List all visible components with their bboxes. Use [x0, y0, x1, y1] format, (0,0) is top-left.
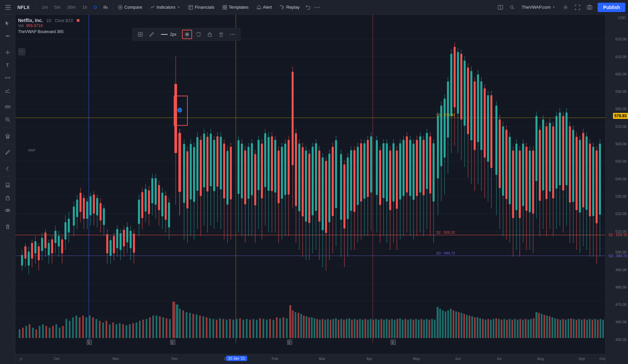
- svg-rect-520: [316, 319, 318, 338]
- svg-rect-539: [367, 320, 369, 338]
- svg-rect-384: [525, 147, 527, 211]
- svg-rect-344: [457, 52, 459, 114]
- svg-point-18: [315, 7, 316, 8]
- svg-rect-320: [416, 140, 418, 196]
- svg-rect-348: [464, 61, 466, 126]
- sidebar-eye-icon[interactable]: [2, 204, 14, 216]
- sidebar-zoom-icon[interactable]: [2, 114, 14, 126]
- more-actions[interactable]: [313, 3, 321, 11]
- svg-rect-5: [107, 7, 108, 9]
- svg-rect-128: [83, 198, 85, 219]
- svg-rect-435: [39, 326, 40, 338]
- svg-rect-496: [243, 320, 244, 338]
- sidebar-text-icon[interactable]: T: [2, 59, 14, 71]
- svg-rect-202: [210, 134, 212, 186]
- publish-button[interactable]: Publish: [598, 3, 625, 12]
- svg-rect-350: [467, 67, 469, 134]
- svg-rect-477: [179, 309, 181, 338]
- ticker-label[interactable]: NFLX: [15, 5, 35, 10]
- timeframe-30m[interactable]: 30m: [64, 3, 78, 11]
- sidebar-lock-icon[interactable]: [2, 192, 14, 204]
- alert-button[interactable]: Alert: [253, 3, 275, 11]
- svg-rect-510: [289, 305, 291, 338]
- delete-button[interactable]: [216, 30, 226, 39]
- fullscreen-button[interactable]: [572, 3, 583, 12]
- svg-rect-312: [403, 140, 405, 196]
- svg-rect-553: [405, 319, 406, 338]
- svg-rect-172: [158, 185, 160, 210]
- symbol-search[interactable]: [507, 3, 517, 11]
- svg-rect-500: [256, 320, 258, 338]
- svg-rect-392: [539, 130, 541, 201]
- sidebar-back-icon[interactable]: [2, 163, 14, 175]
- svg-rect-264: [318, 151, 320, 221]
- svg-rect-462: [129, 324, 131, 338]
- more-options-button[interactable]: [227, 30, 238, 39]
- svg-rect-531: [346, 319, 347, 338]
- timeframe-D[interactable]: D: [91, 3, 100, 11]
- screenshot-button[interactable]: [584, 3, 595, 12]
- svg-rect-288: [360, 143, 362, 201]
- sidebar-home-icon[interactable]: [2, 130, 14, 142]
- divider-2: [112, 3, 113, 11]
- svg-rect-306: [392, 143, 395, 201]
- svg-rect-180: [174, 84, 177, 153]
- thevwap-button[interactable]: TheVWAP.com: [518, 3, 559, 11]
- sidebar-indicator-icon[interactable]: [2, 84, 14, 97]
- svg-rect-544: [380, 319, 382, 338]
- svg-rect-533: [351, 320, 353, 338]
- svg-rect-206: [216, 137, 218, 187]
- timeframe-5m[interactable]: 5m: [52, 3, 63, 11]
- draw-tool-button[interactable]: [147, 30, 157, 39]
- sidebar-drawing-icon[interactable]: [2, 146, 14, 158]
- float-divider-2: [180, 31, 181, 38]
- svg-rect-232: [264, 133, 266, 187]
- lock-button[interactable]: [205, 30, 215, 39]
- financials-button[interactable]: Financials: [185, 3, 218, 11]
- svg-rect-624: [594, 319, 596, 338]
- sidebar-ruler-icon[interactable]: [2, 101, 14, 113]
- svg-rect-256: [305, 151, 307, 221]
- svg-rect-14: [225, 5, 227, 7]
- svg-rect-490: [222, 319, 224, 338]
- rotate-button[interactable]: [193, 30, 203, 39]
- compare-button[interactable]: Compare: [115, 3, 145, 11]
- svg-rect-310: [399, 143, 401, 199]
- layout-button[interactable]: [495, 3, 506, 11]
- undo-button[interactable]: [304, 3, 312, 11]
- svg-rect-112: [54, 231, 56, 243]
- svg-line-24: [513, 8, 514, 9]
- select-tool-button[interactable]: [135, 30, 145, 39]
- indicators-button[interactable]: Indicators: [147, 3, 184, 11]
- collapse-button[interactable]: ⌃: [18, 48, 25, 55]
- svg-rect-623: [592, 320, 593, 338]
- replay-button[interactable]: Replay: [277, 3, 303, 11]
- timeframe-1m[interactable]: 1m: [39, 3, 50, 11]
- svg-rect-562: [429, 320, 430, 338]
- templates-button[interactable]: Templates: [219, 3, 252, 11]
- sidebar-trash-icon[interactable]: [2, 221, 14, 233]
- svg-rect-589: [501, 320, 502, 338]
- menu-button[interactable]: [3, 3, 13, 11]
- svg-rect-178: [168, 202, 170, 227]
- svg-rect-469: [152, 316, 154, 338]
- sidebar-cursor-icon[interactable]: [2, 17, 14, 29]
- svg-point-26: [565, 6, 567, 8]
- sidebar-stamp-icon[interactable]: [2, 179, 14, 191]
- svg-rect-591: [506, 320, 508, 338]
- gear-settings-button[interactable]: [182, 30, 192, 39]
- interval-selector[interactable]: [101, 3, 110, 11]
- svg-rect-352: [470, 71, 472, 140]
- sidebar-measure-icon[interactable]: [2, 72, 14, 84]
- sidebar-sep-1: [4, 44, 12, 44]
- timeframe-1h[interactable]: 1h: [80, 3, 90, 11]
- svg-marker-17: [282, 7, 283, 8]
- sidebar-dot-icon[interactable]: [2, 30, 14, 42]
- svg-rect-100: [34, 241, 36, 253]
- sidebar-crosshair-icon[interactable]: [2, 46, 14, 58]
- settings-button[interactable]: [560, 3, 571, 12]
- svg-rect-98: [31, 243, 33, 259]
- svg-rect-508: [283, 317, 284, 338]
- svg-rect-430: [22, 328, 24, 338]
- svg-rect-474: [169, 319, 171, 338]
